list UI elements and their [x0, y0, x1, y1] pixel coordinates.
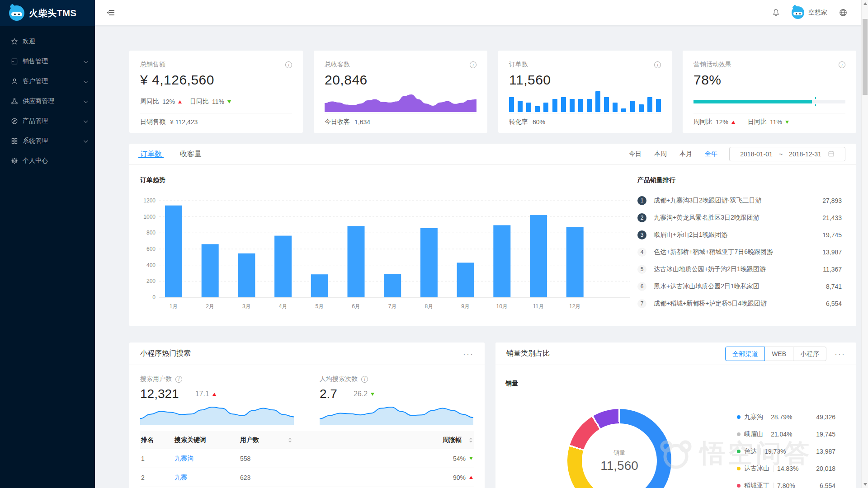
- sidebar-item-compass[interactable]: 产品管理: [0, 112, 95, 130]
- col-header-growth[interactable]: 周涨幅: [405, 436, 473, 444]
- svg-text:6月: 6月: [352, 303, 360, 310]
- channel-radio-全部渠道[interactable]: 全部渠道: [725, 347, 765, 361]
- sorter-icon[interactable]: [288, 437, 292, 443]
- bell-icon[interactable]: [772, 9, 780, 17]
- channel-radio-小程序[interactable]: 小程序: [793, 347, 826, 361]
- rank-value: 6,554: [826, 300, 842, 307]
- globe-icon[interactable]: [839, 9, 847, 17]
- sidebar-item-gear[interactable]: 个人中心: [0, 152, 95, 170]
- sidebar-item-label: 销售管理: [23, 57, 48, 66]
- menu-fold-icon[interactable]: [107, 9, 115, 17]
- col-header-keyword[interactable]: 搜索关键词: [175, 436, 240, 444]
- table-body: 1九寨沟55854%2九寨62390%: [140, 449, 474, 487]
- caret-down-icon: [371, 393, 374, 396]
- donut-center-value: 11,560: [600, 459, 638, 473]
- more-menu-icon[interactable]: ···: [835, 352, 845, 356]
- range-link-本月[interactable]: 本月: [679, 150, 692, 157]
- range-link-全年[interactable]: 全年: [705, 150, 717, 157]
- mini-bar: [543, 103, 548, 112]
- legend-divider: [767, 414, 767, 420]
- chevron-down-icon: [84, 118, 88, 123]
- svg-text:400: 400: [146, 262, 156, 268]
- stat-value: 2.7: [320, 387, 337, 401]
- mini-bar: [621, 108, 626, 112]
- sidebar-item-share[interactable]: 供应商管理: [0, 92, 95, 110]
- sidebar-item-user[interactable]: 客户管理: [0, 72, 95, 90]
- info-icon[interactable]: [285, 61, 292, 68]
- more-menu-icon[interactable]: ···: [463, 352, 474, 356]
- dashboard-page: 火柴头TMS 欢迎销售管理客户管理供应商管理产品管理系统管理个人中心 空想家 总…: [0, 0, 868, 488]
- keyword-link[interactable]: 九寨沟: [175, 455, 193, 462]
- card-title: 销量类别占比: [506, 349, 550, 358]
- stat-card-total-visitors: 总收客数 20,846 今日收客1,634: [314, 51, 487, 133]
- app-logo[interactable]: 火柴头TMS: [0, 0, 95, 26]
- date-range-picker[interactable]: 2018-01-01 ~ 2018-12-31: [729, 147, 845, 161]
- scroll-up-arrow[interactable]: [862, 0, 868, 7]
- search-stats: 搜索用户数 12,321 17.1 人均搜索次数 2.7 26.2: [129, 365, 485, 425]
- chevron-down-icon: [84, 138, 88, 143]
- range-link-今日[interactable]: 今日: [629, 150, 642, 157]
- sorter-icon[interactable]: [469, 437, 473, 443]
- keyword-link[interactable]: 九寨: [175, 474, 187, 481]
- hot-search-card: 小程序热门搜索 ··· 搜索用户数 12,321 17.1 人均搜索次数 2.7…: [129, 343, 485, 488]
- scroll-thumb[interactable]: [863, 19, 868, 95]
- rank-product-name: 九寨沟+黄龙风景名胜区3日2晚跟团游: [654, 214, 760, 222]
- mini-bar: [518, 101, 523, 112]
- app-title: 火柴头TMS: [29, 7, 76, 19]
- tab-收客量[interactable]: 收客量: [180, 150, 202, 158]
- stat-title: 总销售额: [140, 61, 165, 69]
- stat-card-campaign-effect: 营销活动效果 78% 周同比12% 日同比11%: [683, 51, 856, 133]
- vertical-scrollbar[interactable]: [861, 0, 868, 488]
- sidebar-item-appstore[interactable]: 系统管理: [0, 132, 95, 150]
- svg-text:7月: 7月: [388, 303, 397, 310]
- legend-dot: [737, 450, 741, 453]
- info-icon[interactable]: [361, 376, 368, 383]
- channel-radio-WEB[interactable]: WEB: [764, 347, 793, 361]
- col-header-rank[interactable]: 排名: [141, 436, 175, 444]
- user-menu[interactable]: 空想家: [792, 6, 827, 19]
- svg-text:1月: 1月: [170, 303, 178, 310]
- col-header-users[interactable]: 用户数: [240, 436, 405, 444]
- hot-search-table: 排名搜索关键词用户数周涨幅 1九寨沟55854%2九寨62390%: [140, 431, 474, 487]
- mini-bar: [595, 91, 600, 112]
- chevron-down-icon: [84, 59, 88, 63]
- info-icon[interactable]: [175, 376, 182, 383]
- sidebar-item-form[interactable]: 销售管理: [0, 52, 95, 70]
- stat-value: 11,560: [509, 70, 661, 90]
- tab-订单数[interactable]: 订单数: [140, 150, 162, 158]
- mini-bar: [630, 101, 635, 112]
- cell-users: 623: [240, 474, 405, 481]
- range-link-本周[interactable]: 本周: [654, 150, 667, 157]
- info-icon[interactable]: [654, 61, 661, 68]
- caret-up-icon: [469, 476, 473, 479]
- sidebar-item-star[interactable]: 欢迎: [0, 33, 95, 51]
- scroll-down-arrow[interactable]: [862, 481, 868, 488]
- order-trend-bar-chart: 0200400600800100012001月2月3月4月5月6月7月8月9月1…: [139, 190, 632, 319]
- svg-text:8月: 8月: [425, 303, 434, 310]
- svg-text:0: 0: [152, 294, 156, 300]
- svg-text:3月: 3月: [242, 303, 251, 310]
- ranking-row: 5达古冰山地质公园+奶子沟2日1晚跟团游11,367: [637, 261, 842, 278]
- info-icon[interactable]: [839, 61, 845, 68]
- star-icon: [11, 38, 18, 45]
- svg-text:1200: 1200: [143, 197, 156, 204]
- caret-down-icon: [785, 121, 789, 124]
- sidebar-item-label: 客户管理: [23, 77, 48, 85]
- rank-value: 21,433: [822, 214, 842, 221]
- legend-divider: [767, 431, 767, 437]
- legend-value: 13,987: [816, 448, 835, 455]
- legend-dot: [737, 484, 741, 488]
- legend-percent: 7.80%: [777, 482, 795, 488]
- rank-product-name: 色达+新都桥+稻城+稻城亚丁7日6晚跟团游: [654, 248, 773, 256]
- svg-text:600: 600: [146, 246, 156, 252]
- info-icon[interactable]: [470, 61, 476, 68]
- trend-value: 11%: [770, 118, 782, 126]
- svg-text:2月: 2月: [206, 303, 214, 310]
- search-users-stat: 搜索用户数 12,321 17.1: [140, 374, 307, 425]
- svg-text:4月: 4月: [279, 303, 288, 310]
- chevron-down-icon: [84, 99, 88, 103]
- svg-text:12月: 12月: [569, 303, 580, 310]
- mini-bar: [587, 99, 592, 112]
- legend-row: 峨眉山21.04%19,745: [737, 426, 835, 443]
- sidebar-item-label: 欢迎: [23, 38, 35, 46]
